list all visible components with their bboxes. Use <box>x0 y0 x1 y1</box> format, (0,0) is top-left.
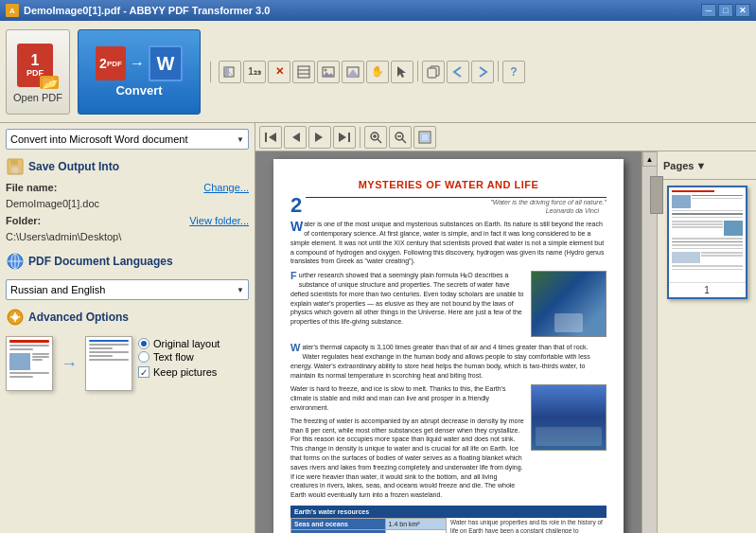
cursor-btn[interactable] <box>391 61 413 83</box>
viewer-area: MYSTERIES OF WATER AND LIFE 2 "Water is … <box>255 151 756 533</box>
page-thumb-1[interactable]: 1 <box>667 186 747 299</box>
svg-rect-36 <box>421 133 429 141</box>
viewer-toolbar <box>255 123 756 151</box>
help-btn[interactable]: ? <box>502 61 525 83</box>
toolbar-row-1: 1₂₃ ✕ ✋ <box>219 61 525 83</box>
pages-button[interactable]: Pages ▼ <box>663 160 706 171</box>
layout-btn[interactable] <box>292 61 315 83</box>
water-image-2 <box>531 384 607 500</box>
window-title: DemoImage0[1].pdf - ABBYY PDF Transforme… <box>24 5 270 16</box>
convert-button[interactable]: 2 PDF → W Convert <box>78 29 201 115</box>
lang-dropdown-arrow: ▼ <box>237 286 244 294</box>
title-bar: A DemoImage0[1].pdf - ABBYY PDF Transfor… <box>0 0 756 21</box>
folder-label: Folder: <box>6 215 41 226</box>
word-target-icon: W <box>149 45 183 81</box>
pages-dropdown-icon: ▼ <box>695 160 706 171</box>
para-4-section: Water is hard to freeze, and ice is slow… <box>290 384 607 500</box>
view-folder-link[interactable]: View folder... <box>189 215 249 226</box>
fit-page-btn[interactable] <box>413 126 436 149</box>
pdf-source-icon: 2 PDF <box>96 46 126 80</box>
convert-label: Convert <box>115 83 162 98</box>
language-dropdown[interactable]: Russian and English ▼ <box>6 279 249 300</box>
keep-pictures-option[interactable]: Keep pictures <box>138 366 220 378</box>
prev-page-btn[interactable] <box>284 126 307 149</box>
window-controls: ─ □ ✕ <box>701 4 750 17</box>
convert-icon-area: 2 PDF → W <box>96 45 183 81</box>
vertical-scrollbar[interactable]: ▲ ▼ <box>642 151 657 533</box>
last-page-btn[interactable] <box>333 126 356 149</box>
save-output-header: Save Output Into <box>6 157 249 176</box>
advanced-options-title: Advanced Options <box>28 311 129 324</box>
scroll-thumb[interactable] <box>650 176 663 214</box>
forward-btn[interactable] <box>471 61 494 83</box>
viewer-content[interactable]: MYSTERIES OF WATER AND LIFE 2 "Water is … <box>255 151 642 533</box>
next-page-btn[interactable] <box>308 126 331 149</box>
document-viewer: MYSTERIES OF WATER AND LIFE 2 "Water is … <box>255 123 756 533</box>
main-content: Convert into Microsoft Word document ▼ S… <box>0 123 756 533</box>
convert-type-dropdown[interactable]: Convert into Microsoft Word document ▼ <box>6 129 249 150</box>
keep-pictures-checkbox[interactable] <box>138 366 149 378</box>
mountain-btn[interactable] <box>342 61 364 83</box>
thumb-page-number: 1 <box>669 282 746 297</box>
keep-pictures-label: Keep pictures <box>153 366 217 378</box>
svg-point-21 <box>12 314 18 320</box>
table-side-text: Water has unique properties and its role… <box>450 518 607 533</box>
paragraph-3: Water's thermal capacity is 3,100 times … <box>290 343 607 380</box>
svg-marker-25 <box>315 133 323 142</box>
convert-type-value: Convert into Microsoft Word document <box>10 133 187 145</box>
first-page-btn[interactable] <box>259 126 282 149</box>
page-start-btn[interactable] <box>219 61 241 83</box>
svg-point-7 <box>325 68 327 71</box>
para-2-text: Further research showed that a seemingly… <box>290 271 525 337</box>
folder-value: C:\Users\admin\Desktop\ <box>6 231 249 242</box>
copy-btn[interactable] <box>422 61 445 83</box>
advanced-options-icon <box>6 308 25 327</box>
hash-btn[interactable]: 1₂₃ <box>243 61 266 83</box>
svg-marker-27 <box>339 133 346 142</box>
save-output-title: Save Output Into <box>28 160 119 173</box>
lang-value: Russian and English <box>10 284 105 295</box>
svg-marker-10 <box>397 66 406 78</box>
svg-rect-22 <box>265 133 267 142</box>
left-panel: Convert into Microsoft Word document ▼ S… <box>0 123 255 533</box>
back-btn[interactable] <box>447 61 469 83</box>
scroll-up-btn[interactable]: ▲ <box>642 151 658 167</box>
open-pdf-button[interactable]: 1 PDF 📂 Open PDF <box>6 29 70 115</box>
table-header: Earth's water resources <box>290 506 607 518</box>
water-resources-table: Seas and oceans 1.4 bn km² Glaciers 26m … <box>290 518 447 533</box>
lang-icon <box>6 252 25 271</box>
section-number: 2 <box>290 195 302 216</box>
svg-rect-12 <box>428 68 436 78</box>
water-image-1 <box>531 271 607 337</box>
svg-line-29 <box>378 139 381 143</box>
zoom-out-btn[interactable] <box>389 126 412 149</box>
change-link[interactable]: Change... <box>203 182 249 193</box>
text-flow-option[interactable]: Text flow <box>138 351 220 363</box>
hand-btn[interactable]: ✋ <box>366 61 389 83</box>
minimize-btn[interactable]: ─ <box>701 4 716 17</box>
toolbar-separator-1 <box>210 62 211 82</box>
maximize-btn[interactable]: □ <box>718 4 733 17</box>
para-4-text: Water is hard to freeze, and ice is slow… <box>290 384 525 500</box>
file-name-value: DemoImage0[1].doc <box>6 198 249 209</box>
close-btn[interactable]: ✕ <box>735 4 750 17</box>
svg-marker-9 <box>347 69 359 77</box>
open-pdf-label: Open PDF <box>13 92 62 103</box>
svg-rect-3 <box>298 66 309 78</box>
water-table: Earth's water resources Seas and oceans … <box>290 506 607 533</box>
app-icon: A <box>6 4 19 17</box>
table-row: Seas and oceans 1.4 bn km² <box>291 519 447 530</box>
advanced-options-header: Advanced Options <box>6 308 249 327</box>
image-btn[interactable] <box>317 61 340 83</box>
preview-icons: → <box>6 336 132 391</box>
original-layout-preview <box>6 336 53 391</box>
zoom-in-btn[interactable] <box>364 126 387 149</box>
text-flow-radio[interactable] <box>138 351 149 363</box>
original-layout-option[interactable]: Original layout <box>138 338 220 349</box>
pages-panel-header: Pages ▼ <box>658 151 756 180</box>
layout-arrow-icon: → <box>61 354 78 374</box>
delete-btn[interactable]: ✕ <box>268 61 290 83</box>
file-name-row: File name: Change... <box>6 182 249 193</box>
svg-marker-23 <box>269 133 276 142</box>
original-layout-radio[interactable] <box>138 338 149 349</box>
